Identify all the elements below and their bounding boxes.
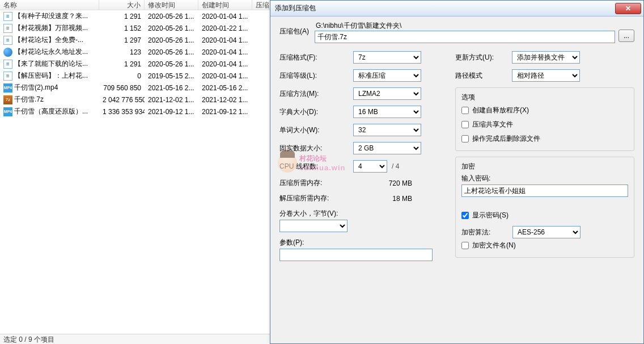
file-mod: 2021-12-02 1... — [145, 96, 198, 104]
file-create: 2021-12-02 1... — [198, 96, 252, 104]
file-row[interactable]: ≡【村花视频】万部视频...1 1522020-05-26 1...2020-0… — [0, 22, 270, 34]
file-size: 1 297 — [99, 36, 145, 44]
file-name: 千仞雪(2).mp4 — [14, 83, 58, 93]
params-input[interactable] — [279, 249, 433, 261]
col-header-create[interactable]: 创建时间 — [198, 0, 252, 10]
method-label: 压缩方法(M): — [279, 89, 353, 99]
file-name: 【解压密码】：上村花... — [14, 71, 88, 81]
file-mod: 2021-05-16 2... — [145, 84, 198, 92]
file-name: 【村花论坛】全免费-... — [14, 35, 83, 45]
file-icon: ≡ — [3, 24, 12, 33]
dialog-title: 添加到压缩包 — [275, 3, 615, 13]
mem-decomp-value: 18 MB — [353, 195, 416, 203]
level-select[interactable]: 标准压缩 — [353, 69, 421, 82]
file-mod: 2020-05-26 1... — [145, 48, 198, 56]
file-row[interactable]: 7z千仞雪.7z2 042 776 5502021-12-02 1...2021… — [0, 94, 270, 106]
col-header-mod[interactable]: 修改时间 — [145, 0, 198, 10]
file-size: 1 291 — [99, 60, 145, 68]
opt-delete-row[interactable]: 操作完成后删除源文件 — [461, 132, 628, 146]
file-icon: 7z — [3, 95, 12, 104]
file-size: 1 291 — [99, 12, 145, 20]
file-create: 2020-01-22 1... — [198, 24, 252, 32]
file-icon: ≡ — [3, 36, 12, 45]
opt-sfx-row[interactable]: 创建自释放程序(X) — [461, 103, 628, 118]
password-label: 输入密码: — [461, 174, 628, 183]
dict-select[interactable]: 16 MB — [353, 106, 421, 118]
file-mod: 2020-05-26 1... — [145, 24, 198, 32]
opt-sfx-label: 创建自释放程序(X) — [472, 106, 529, 115]
close-button[interactable]: ✕ — [615, 3, 641, 14]
threads-select[interactable]: 4 — [353, 160, 387, 173]
volume-label: 分卷大小，字节(V): — [279, 209, 444, 219]
mem-decomp-label: 解压缩所需内存: — [279, 194, 353, 203]
file-size: 1 152 — [99, 24, 145, 32]
options-label: 选项 — [461, 93, 628, 102]
add-to-archive-dialog: 添加到压缩包 ✕ 压缩包(A) G:\nibhu\千仞雪\新建文件夹\ ... … — [270, 0, 644, 344]
file-mod: 2020-05-26 1... — [145, 60, 198, 68]
method-select[interactable]: LZMA2 — [353, 87, 421, 100]
encryption-label: 加密 — [461, 162, 628, 171]
file-size: 709 560 850 — [99, 84, 145, 92]
format-select[interactable]: 7z — [353, 51, 421, 64]
enc-method-select[interactable]: AES-256 — [512, 226, 581, 238]
file-row[interactable]: MP4千仞雪(2).mp4709 560 8502021-05-16 2...2… — [0, 82, 270, 94]
file-icon: ≡ — [3, 60, 12, 69]
archive-filename-input[interactable] — [315, 31, 615, 43]
col-header-size[interactable]: 大小 — [99, 0, 145, 10]
password-input[interactable] — [461, 184, 628, 197]
file-size: 0 — [99, 72, 145, 80]
update-select[interactable]: 添加并替换文件 — [512, 51, 580, 64]
file-name: 千仞雪.7z — [14, 95, 44, 104]
opt-delete-checkbox[interactable] — [461, 135, 469, 142]
file-row[interactable]: ≡【解压密码】：上村花...02019-05-15 2...2020-01-04… — [0, 70, 270, 82]
enc-names-row[interactable]: 加密文件名(N) — [461, 238, 628, 253]
word-select[interactable]: 32 — [353, 124, 421, 136]
show-password-row[interactable]: 显示密码(S) — [461, 208, 628, 223]
format-label: 压缩格式(F): — [279, 53, 353, 62]
file-create: 2020-01-04 1... — [198, 60, 252, 68]
file-icon: MP4 — [3, 83, 12, 93]
file-mod: 2020-05-26 1... — [145, 36, 198, 44]
file-icon — [3, 48, 12, 57]
file-row[interactable]: ≡【来了就能下载的论坛...1 2912020-05-26 1...2020-0… — [0, 58, 270, 70]
file-create: 2021-09-12 1... — [198, 108, 252, 116]
file-row[interactable]: 【村花论坛永久地址发...1232020-05-26 1...2020-01-0… — [0, 46, 270, 58]
opt-shared-row[interactable]: 压缩共享文件 — [461, 118, 628, 132]
file-row[interactable]: ≡【有种子却没速度？来...1 2912020-05-26 1...2020-0… — [0, 10, 270, 22]
col-header-name[interactable]: 名称 — [0, 0, 99, 10]
file-list-header: 名称 大小 修改时间 创建时间 压缩 — [0, 0, 270, 10]
volume-select[interactable] — [279, 220, 348, 232]
file-create: 2020-01-04 1... — [198, 12, 252, 20]
encryption-group: 加密 输入密码: 显示密码(S) 加密算法:AES-256 加密文件名(N) — [455, 157, 634, 258]
file-row[interactable]: MP4千仞雪（高度还原版）...1 336 353 9342021-09-12 … — [0, 106, 270, 118]
file-name: 【村花视频】万部视频... — [14, 23, 88, 33]
block-select[interactable]: 2 GB — [353, 142, 421, 154]
enc-names-checkbox[interactable] — [461, 242, 469, 249]
dialog-title-bar[interactable]: 添加到压缩包 ✕ — [270, 1, 643, 16]
col-header-comp[interactable]: 压缩 — [252, 0, 269, 10]
file-icon: ≡ — [3, 12, 12, 21]
opt-shared-checkbox[interactable] — [461, 121, 469, 128]
enc-method-label: 加密算法: — [461, 228, 512, 237]
file-icon: ≡ — [3, 72, 12, 81]
show-password-checkbox[interactable] — [461, 212, 469, 219]
archive-path: G:\nibhu\千仞雪\新建文件夹\ — [315, 21, 615, 31]
block-label: 固实数据大小: — [279, 144, 353, 153]
enc-names-label: 加密文件名(N) — [472, 241, 516, 250]
file-mod: 2020-05-26 1... — [145, 12, 198, 20]
file-create: 2021-05-16 2... — [198, 84, 252, 92]
file-row[interactable]: ≡【村花论坛】全免费-...1 2972020-05-26 1...2020-0… — [0, 34, 270, 46]
show-password-label: 显示密码(S) — [472, 211, 509, 220]
status-bar: 选定 0 / 9 个项目 — [0, 334, 270, 344]
file-create: 2020-01-04 1... — [198, 72, 252, 80]
pathmode-select[interactable]: 相对路径 — [512, 69, 580, 82]
file-size: 123 — [99, 48, 145, 56]
browse-button[interactable]: ... — [618, 30, 634, 42]
file-create: 2020-01-04 1... — [198, 36, 252, 44]
mem-comp-value: 720 MB — [353, 179, 416, 187]
params-label: 参数(P): — [279, 238, 444, 247]
opt-sfx-checkbox[interactable] — [461, 107, 469, 114]
opt-shared-label: 压缩共享文件 — [472, 120, 513, 129]
file-name: 【有种子却没速度？来... — [14, 11, 88, 21]
pathmode-label: 路径模式 — [455, 71, 512, 81]
